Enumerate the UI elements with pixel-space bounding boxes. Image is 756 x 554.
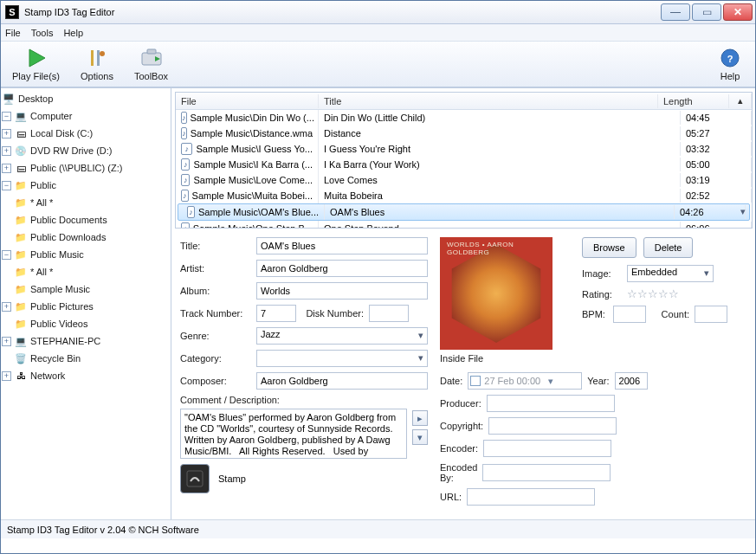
tree-public-downloads[interactable]: Public Downloads — [30, 232, 106, 242]
tree-public-docs[interactable]: Public Documents — [30, 215, 107, 225]
date-checkbox[interactable] — [470, 376, 481, 386]
network-drive-icon: 🖴 — [14, 161, 28, 175]
folder-tree[interactable]: 🖥️Desktop −💻Computer +🖴Local Disk (C:) +… — [0, 88, 171, 519]
music-file-icon: ♪ — [181, 143, 192, 155]
app-icon: S — [5, 5, 19, 19]
music-file-icon: ♪ — [181, 222, 190, 228]
tree-public[interactable]: Public — [30, 180, 56, 190]
table-row[interactable]: ♪Sample Music\Distance.wmaDistance05:27 — [176, 126, 752, 141]
expander[interactable]: + — [2, 164, 11, 173]
category-label: Category: — [180, 353, 251, 364]
genre-select[interactable]: Jazz — [256, 327, 428, 345]
stamp-icon-button[interactable] — [180, 464, 210, 493]
table-row[interactable]: ♪Sample Music\I Guess Yo...I Guess You'r… — [176, 141, 752, 157]
expander[interactable]: + — [2, 146, 11, 156]
desktop-icon: 🖥️ — [2, 92, 16, 106]
svg-point-3 — [100, 51, 105, 56]
date-picker[interactable]: 27 Feb 00:00▾ — [468, 372, 582, 390]
options-button[interactable]: Options — [75, 45, 119, 83]
music-file-icon: ♪ — [181, 158, 190, 171]
table-row[interactable]: ♪Sample Music\I Ka Barra (...I Ka Barra … — [176, 157, 752, 172]
encoder-label: Encoder: — [440, 443, 478, 454]
title-bar: S Stamp ID3 Tag Editor — ▭ ✕ — [0, 0, 756, 24]
tree-public-z[interactable]: Public (\\PUBLIC) (Z:) — [30, 163, 122, 173]
menu-file[interactable]: File — [5, 28, 21, 38]
menu-help[interactable]: Help — [63, 28, 83, 38]
maximize-button[interactable]: ▭ — [692, 3, 721, 21]
copy-right-button[interactable]: ▸ — [412, 410, 428, 426]
composer-input[interactable] — [256, 372, 428, 390]
genre-label: Genre: — [180, 331, 251, 341]
table-row[interactable]: ♪Sample Music\Din Din Wo (...Din Din Wo … — [176, 110, 752, 126]
table-row[interactable]: ♪Sample Music\One Step B...One Step Beyo… — [176, 221, 752, 228]
tree-public-pictures[interactable]: Public Pictures — [30, 301, 94, 312]
comment-textarea[interactable] — [180, 409, 407, 459]
count-input[interactable] — [695, 306, 727, 323]
table-row[interactable]: ♪Sample Music\Love Come...Love Comes03:1… — [176, 172, 752, 188]
tree-public-videos[interactable]: Public Videos — [30, 319, 87, 329]
tree-desktop[interactable]: Desktop — [18, 93, 53, 104]
tree-network[interactable]: Network — [30, 370, 65, 381]
image-select[interactable]: Embedded — [627, 265, 714, 282]
table-row[interactable]: ♪Sample Music\Muita Bobei...Muita Bobeir… — [176, 188, 752, 203]
category-select[interactable] — [256, 350, 428, 367]
url-input[interactable] — [467, 488, 595, 506]
toolbox-button[interactable]: ToolBox — [129, 45, 173, 83]
artist-input[interactable] — [256, 260, 428, 277]
col-title[interactable]: Title — [319, 94, 658, 108]
expander[interactable]: − — [2, 181, 11, 190]
tree-all2[interactable]: * All * — [30, 267, 53, 277]
rating-stars[interactable]: ☆☆☆☆☆ — [627, 287, 679, 300]
main-area: 🖥️Desktop −💻Computer +🖴Local Disk (C:) +… — [0, 87, 756, 519]
col-length[interactable]: Length — [658, 94, 729, 108]
inside-file-label: Inside File — [440, 353, 570, 364]
track-input[interactable] — [256, 305, 296, 322]
expander[interactable]: + — [2, 371, 11, 381]
folder-icon: 📁 — [14, 178, 28, 192]
toolbar: Play File(s) Options ToolBox ? Help — [0, 42, 756, 87]
file-list-body[interactable]: ♪Sample Music\Din Din Wo (...Din Din Wo … — [176, 110, 752, 228]
disk-label: Disk Number: — [301, 308, 364, 319]
expander[interactable]: + — [2, 129, 11, 138]
help-button[interactable]: ? Help — [711, 45, 749, 83]
tree-public-music[interactable]: Public Music — [30, 249, 84, 260]
producer-label: Producer: — [440, 398, 481, 409]
table-row[interactable]: ♪Sample Music\OAM's Blue...OAM's Blues04… — [178, 203, 750, 221]
expander[interactable]: + — [2, 337, 11, 346]
col-file[interactable]: File — [176, 94, 319, 108]
tag-form: Title: Artist: Album: Track Number:Disk … — [171, 232, 756, 519]
tree-recycle-bin[interactable]: Recycle Bin — [30, 353, 81, 364]
folder-icon: 📁 — [14, 282, 28, 296]
tree-computer[interactable]: Computer — [30, 111, 72, 121]
composer-label: Composer: — [180, 376, 251, 386]
tree-dvd[interactable]: DVD RW Drive (D:) — [30, 145, 113, 156]
col-scroll-up[interactable]: ▴ — [729, 93, 752, 108]
tree-all[interactable]: * All * — [30, 197, 53, 208]
disk-input[interactable] — [369, 305, 409, 322]
title-input[interactable] — [256, 237, 428, 254]
expander[interactable]: + — [2, 302, 11, 312]
stamp-label: Stamp — [218, 473, 246, 484]
tree-stephanie-pc[interactable]: STEPHANIE-PC — [30, 336, 100, 346]
music-file-icon: ♪ — [181, 174, 190, 186]
play-files-button[interactable]: Play File(s) — [7, 45, 65, 83]
network-icon: 🖧 — [14, 369, 28, 383]
menu-bar: File Tools Help — [0, 24, 756, 42]
tree-sample-music[interactable]: Sample Music — [30, 284, 90, 294]
close-button[interactable]: ✕ — [723, 3, 753, 21]
browse-button[interactable]: Browse — [582, 237, 636, 258]
copy-down-button[interactable]: ▾ — [412, 429, 428, 445]
tree-local-c[interactable]: Local Disk (C:) — [30, 128, 93, 138]
album-input[interactable] — [256, 282, 428, 300]
minimize-button[interactable]: — — [661, 3, 690, 21]
bpm-input[interactable] — [613, 306, 646, 323]
menu-tools[interactable]: Tools — [31, 28, 54, 38]
expander[interactable]: − — [2, 250, 11, 260]
delete-button[interactable]: Delete — [643, 237, 694, 258]
album-label: Album: — [180, 286, 251, 296]
status-text: Stamp ID3 Tag Editor v 2.04 © NCH Softwa… — [7, 525, 199, 535]
comment-label: Comment / Description: — [180, 395, 428, 405]
expander[interactable]: − — [2, 112, 11, 121]
encodedby-label: Encoded By: — [440, 462, 477, 483]
svg-rect-1 — [91, 50, 94, 66]
